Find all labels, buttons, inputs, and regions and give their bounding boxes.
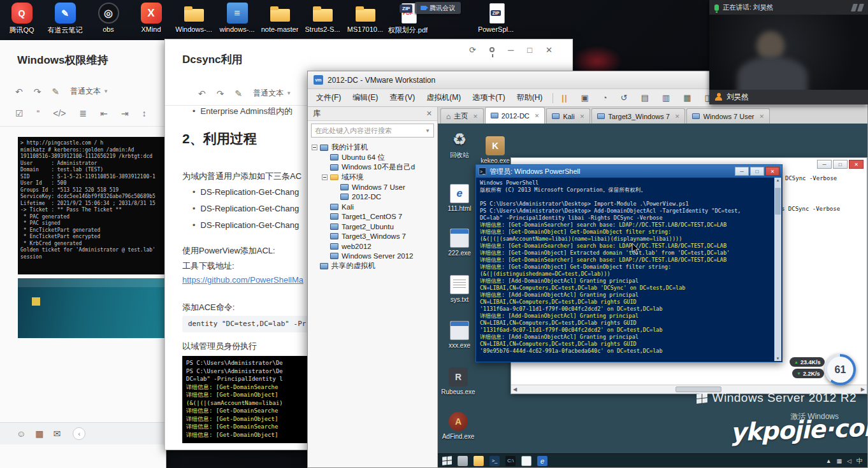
powershell-taskbar-icon[interactable]: >_ — [489, 456, 500, 466]
vm-tree-item[interactable]: Target3_Windows 7 — [308, 232, 437, 242]
adfind-icon[interactable]: A AdFind.exe — [440, 412, 476, 440]
youdao-note-icon[interactable]: ✎ 有道云笔记 — [45, 3, 85, 35]
ie-icon[interactable]: e — [537, 456, 547, 466]
vm-tree-item[interactable]: 域环境 — [308, 173, 437, 183]
vm-tree-item[interactable]: 共享的虚拟机 — [308, 261, 437, 271]
revert-snapshot-button[interactable]: ↺ — [617, 92, 632, 104]
exe-file-icon[interactable]: 222.exe — [442, 229, 477, 257]
qq-icon[interactable]: Q 腾讯QQ — [1, 3, 42, 35]
line-height-icon[interactable]: ↕ — [142, 108, 147, 118]
format-brush-icon[interactable]: ✎ — [52, 87, 59, 97]
message-icon[interactable]: ✉ — [54, 429, 61, 439]
vm-tree-item[interactable]: Windows 10不是自己d — [308, 162, 437, 173]
text-style-dropdown[interactable]: 普通文本▼ — [253, 88, 291, 99]
sync-icon[interactable]: ⟳ — [469, 45, 476, 55]
vm-tab[interactable]: ⌂ Windows 7 User ✕ — [686, 108, 770, 124]
snapshot-manager-button[interactable]: ▤ — [637, 92, 653, 104]
quote-icon[interactable]: “ — [37, 108, 40, 118]
scroll-left-icon[interactable]: ◀ — [511, 386, 519, 392]
note-master-folder-icon[interactable]: note-master — [259, 3, 300, 33]
windows-doc-icon[interactable]: ≡ windows-... — [217, 3, 257, 33]
xmind-icon[interactable]: X XMind — [131, 3, 171, 33]
menu-item[interactable]: 文件(F) — [310, 90, 347, 106]
tab-close-icon[interactable]: ✕ — [535, 113, 540, 119]
network-icon[interactable]: ▦ — [837, 458, 843, 464]
server-manager-icon[interactable] — [458, 456, 468, 466]
format-brush-icon[interactable]: ✎ — [235, 89, 242, 99]
menu-item[interactable]: 选项卡(T) — [467, 90, 510, 106]
menu-item[interactable]: 查看(V) — [384, 90, 421, 106]
scroll-right-icon[interactable]: ▶ — [859, 386, 867, 392]
pin-icon[interactable] — [489, 47, 495, 52]
tray-expand-icon[interactable]: ▲ — [826, 458, 832, 464]
obs-icon[interactable]: ◎ obs — [88, 3, 129, 33]
library-search-input[interactable] — [315, 127, 425, 134]
search-dropdown-icon[interactable]: ▼ — [425, 128, 430, 134]
struts2-folder-icon[interactable]: Struts2-S... — [302, 3, 343, 33]
input-method-indicator[interactable]: 中 — [857, 457, 863, 465]
close-button[interactable]: ✕ — [765, 167, 779, 176]
recycle-bin-icon[interactable]: ♻ 回收站 — [442, 130, 477, 160]
menu-item[interactable]: 编辑(E) — [347, 90, 384, 106]
minimize-button[interactable]: ─ — [817, 160, 832, 169]
minimize-button[interactable]: ─ — [508, 45, 514, 55]
power-pause-button[interactable]: || — [558, 92, 571, 104]
performance-badge[interactable]: 61 — [825, 354, 856, 385]
volume-icon[interactable]: ◁ — [847, 458, 851, 464]
emoji-icon[interactable]: ☺ — [17, 429, 25, 439]
redo-icon[interactable]: ↷ — [217, 89, 224, 99]
vm-tab[interactable]: ⌂ Kali ✕ — [546, 108, 590, 124]
vm-tree-item[interactable]: 我的计算机 — [308, 143, 437, 153]
snapshot-button[interactable]: ◔ — [598, 92, 611, 104]
library-close-icon[interactable]: ✕ — [426, 110, 432, 118]
tencent-meeting-panel[interactable]: 正在讲话: 刘昊然 刘昊然 — [709, 0, 868, 104]
tab-close-icon[interactable]: ✕ — [473, 113, 478, 120]
tree-expander-icon[interactable] — [312, 145, 317, 150]
show-thumbnail-button[interactable]: ▦ — [679, 92, 695, 104]
checkbox-icon[interactable]: ☑ — [15, 108, 24, 118]
txt-file-icon[interactable]: sys.txt — [442, 275, 477, 303]
vertical-scrollbar[interactable]: ▲ ▼ — [774, 178, 781, 361]
menu-item[interactable]: 帮助(H) — [511, 90, 549, 106]
collapse-button[interactable]: ‹ — [73, 427, 85, 440]
code-block-icon[interactable]: </> — [53, 108, 66, 118]
powershell-titlebar[interactable]: >_ 管理员: Windows PowerShell ─ □ ✕ — [476, 165, 782, 178]
text-style-dropdown[interactable]: 普通文本▼ — [70, 86, 108, 97]
undo-icon[interactable]: ↶ — [198, 89, 206, 99]
vm-tree-item[interactable]: Windows Server 2012 — [308, 252, 437, 262]
kekeo-icon[interactable]: K kekeo.exe — [477, 136, 513, 164]
tree-expander-icon[interactable] — [322, 174, 328, 180]
vm-tab[interactable]: ⌂ Target3_Windows 7 ✕ — [591, 108, 685, 124]
notepad-icon[interactable] — [521, 456, 532, 466]
start-button[interactable] — [442, 456, 452, 465]
windows-folder-icon[interactable]: Windows-... — [173, 3, 214, 33]
rubeus-icon[interactable]: R Rubeus.exe — [440, 367, 476, 395]
tab-close-icon[interactable]: ✕ — [675, 113, 680, 120]
github-link[interactable]: https://github.com/PowerShellMa — [182, 275, 303, 285]
vm-tree-item[interactable]: Kali — [308, 202, 437, 212]
close-button[interactable]: ✕ — [849, 160, 864, 169]
redo-icon[interactable]: ↷ — [34, 87, 41, 97]
menu-item[interactable]: 虚拟机(M) — [421, 90, 467, 106]
meeting-minibar[interactable]: 腾讯会议 — [415, 2, 461, 14]
minimize-button[interactable]: ─ — [735, 167, 749, 176]
ms17010-folder-icon[interactable]: MS17010... — [345, 3, 386, 33]
tab-close-icon[interactable]: ✕ — [760, 113, 765, 120]
file-explorer-icon[interactable] — [474, 456, 484, 466]
list-icon[interactable]: ≣ — [79, 108, 87, 118]
scroll-down-icon[interactable]: ▼ — [776, 357, 780, 360]
vm-tree-item[interactable]: web2012 — [308, 241, 437, 252]
vm-tree-item[interactable]: Ubuntu 64 位 — [308, 153, 437, 163]
maximize-button[interactable]: □ — [833, 160, 848, 169]
outdent-icon[interactable]: ⇤ — [100, 108, 108, 118]
show-library-button[interactable]: ▥ — [658, 92, 674, 104]
maximize-button[interactable]: □ — [750, 167, 764, 176]
vm-tree-item[interactable]: Target2_Ubuntu — [308, 222, 437, 232]
html-file-icon[interactable]: e 111.html — [442, 184, 477, 212]
vm-tree-item[interactable]: Windows 7 User — [308, 182, 437, 192]
scrollbar-thumb[interactable] — [775, 188, 781, 215]
maximize-button[interactable]: □ — [527, 45, 532, 55]
vm-tree-item[interactable]: 2012-DC — [308, 192, 437, 202]
vm-tab[interactable]: ⌂ 主页 ✕ — [440, 108, 484, 124]
close-button[interactable]: ✕ — [546, 45, 553, 55]
